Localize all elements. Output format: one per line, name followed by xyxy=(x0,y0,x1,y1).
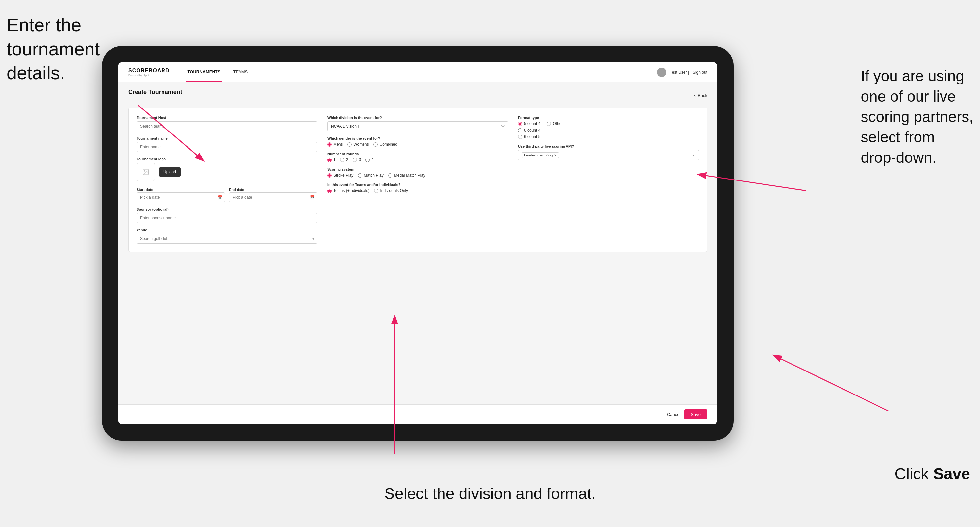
format-options: 5 count 4 Other 6 count 4 xyxy=(518,121,699,139)
tournament-logo-group: Tournament logo Upload xyxy=(137,157,317,181)
division-select[interactable]: NCAA Division I xyxy=(327,121,508,131)
date-group: Start date 📅 End date 📅 xyxy=(137,186,317,202)
rounds-1[interactable]: 1 xyxy=(327,157,336,162)
venue-dropdown-icon: ▼ xyxy=(312,237,315,241)
nav-tabs: TOURNAMENTS TEAMS xyxy=(186,62,249,82)
tablet-screen: SCOREBOARD Powered by clippi TOURNAMENTS… xyxy=(118,62,717,424)
format-other[interactable]: Other xyxy=(547,121,563,126)
svg-point-1 xyxy=(144,170,145,171)
format-6count5[interactable]: 6 count 5 xyxy=(518,135,699,139)
rounds-3[interactable]: 3 xyxy=(353,157,361,162)
calendar-icon-start: 📅 xyxy=(218,195,223,200)
teams-plus-individuals[interactable]: Teams (+Individuals) xyxy=(327,188,369,193)
cancel-button[interactable]: Cancel xyxy=(667,412,680,417)
scoring-group: Scoring system Stroke Play Match Play xyxy=(327,167,508,178)
rounds-1-label: 1 xyxy=(333,157,336,162)
tournament-host-group: Tournament Host xyxy=(137,116,317,131)
live-scoring-select[interactable]: Leaderboard King ✕ ▼ xyxy=(518,150,699,160)
tournament-name-input[interactable] xyxy=(137,142,317,152)
rounds-4[interactable]: 4 xyxy=(366,157,374,162)
scoring-stroke-label: Stroke Play xyxy=(333,173,353,178)
scoring-match[interactable]: Match Play xyxy=(358,173,383,178)
tournament-host-label: Tournament Host xyxy=(137,116,317,120)
main-content: Create Tournament < Back Tournament Host… xyxy=(118,82,717,404)
gender-mens[interactable]: Mens xyxy=(327,142,343,147)
teams-plus-label: Teams (+Individuals) xyxy=(333,188,369,193)
venue-label: Venue xyxy=(137,228,317,232)
header-right: Test User | Sign out xyxy=(657,68,707,77)
format-type-label: Format type xyxy=(518,116,699,120)
gender-womens-label: Womens xyxy=(353,142,369,147)
tournament-name-group: Tournament name xyxy=(137,137,317,152)
end-date-label: End date xyxy=(229,188,244,192)
annotation-tr-5: drop-down. xyxy=(861,149,936,166)
annotation-top-left: Enter thetournamentdetails. xyxy=(6,13,100,85)
teams-individuals-label: Individuals Only xyxy=(380,188,408,193)
tournament-logo-label: Tournament logo xyxy=(137,157,317,161)
tablet-frame: SCOREBOARD Powered by clippi TOURNAMENTS… xyxy=(102,46,733,441)
nav-tab-tournaments[interactable]: TOURNAMENTS xyxy=(186,62,222,82)
scoring-medal-label: Medal Match Play xyxy=(394,173,425,178)
teams-individuals-only[interactable]: Individuals Only xyxy=(374,188,408,193)
division-group: Which division is the event for? NCAA Di… xyxy=(327,116,508,131)
form-container: Tournament Host Tournament name Tourname… xyxy=(128,108,707,252)
back-link[interactable]: < Back xyxy=(694,93,707,98)
app-header: SCOREBOARD Powered by clippi TOURNAMENTS… xyxy=(118,62,717,82)
nav-tab-teams[interactable]: TEAMS xyxy=(232,62,249,82)
live-scoring-tag-text: Leaderboard King xyxy=(524,153,553,157)
start-date-label: Start date xyxy=(137,188,153,192)
annotation-tr-4: select from xyxy=(861,129,935,146)
format-5count4-label: 5 count 4 xyxy=(524,121,540,126)
annotation-bottom-center: Select the division and format. xyxy=(384,484,596,504)
gender-womens[interactable]: Womens xyxy=(347,142,369,147)
tag-close-icon[interactable]: ✕ xyxy=(554,154,557,157)
upload-button[interactable]: Upload xyxy=(159,167,181,176)
gender-group: Which gender is the event for? Mens Wome… xyxy=(327,137,508,147)
annotation-br-prefix: Click xyxy=(895,465,933,483)
format-row-1: 5 count 4 Other xyxy=(518,121,699,126)
signout-link[interactable]: Sign out xyxy=(693,70,707,75)
annotation-bottom-right: Click Save xyxy=(895,464,970,484)
rounds-3-label: 3 xyxy=(359,157,361,162)
format-other-label: Other xyxy=(553,121,563,126)
venue-input[interactable] xyxy=(137,234,317,244)
scoring-match-label: Match Play xyxy=(364,173,383,178)
rounds-2-label: 2 xyxy=(346,157,348,162)
arrow-annotation-save xyxy=(773,355,888,411)
avatar xyxy=(657,68,666,77)
annotation-br-bold: Save xyxy=(933,465,970,483)
tournament-name-label: Tournament name xyxy=(137,137,317,140)
rounds-2[interactable]: 2 xyxy=(340,157,348,162)
scoring-medal[interactable]: Medal Match Play xyxy=(388,173,425,178)
format-type-group: Format type 5 count 4 Other xyxy=(518,116,699,139)
rounds-group: Number of rounds 1 2 xyxy=(327,152,508,162)
save-button[interactable]: Save xyxy=(684,409,707,419)
sponsor-group: Sponsor (optional) xyxy=(137,208,317,223)
format-6count4-label: 6 count 4 xyxy=(524,128,540,132)
page-title: Create Tournament xyxy=(128,89,182,96)
scoring-stroke[interactable]: Stroke Play xyxy=(327,173,353,178)
live-scoring-group: Use third-party live scoring API? Leader… xyxy=(518,144,699,160)
form-column-3: Format type 5 count 4 Other xyxy=(518,116,699,244)
form-column-1: Tournament Host Tournament name Tourname… xyxy=(137,116,317,244)
scoring-label: Scoring system xyxy=(327,167,508,171)
annotation-tr-3: scoring partners, xyxy=(861,108,974,125)
sponsor-input[interactable] xyxy=(137,213,317,223)
user-text: Test User | xyxy=(670,70,689,75)
format-5count4[interactable]: 5 count 4 xyxy=(518,121,540,126)
gender-combined[interactable]: Combined xyxy=(373,142,398,147)
tournament-host-input[interactable] xyxy=(137,121,317,131)
form-footer: Cancel Save xyxy=(118,404,717,424)
gender-mens-label: Mens xyxy=(333,142,343,147)
live-scoring-tag: Leaderboard King ✕ xyxy=(522,152,559,158)
format-6count4[interactable]: 6 count 4 xyxy=(518,128,699,132)
rounds-4-label: 4 xyxy=(371,157,374,162)
logo-area: SCOREBOARD Powered by clippi xyxy=(128,68,170,76)
end-date-input[interactable] xyxy=(229,192,317,202)
division-label: Which division is the event for? xyxy=(327,116,508,120)
venue-group: Venue ▼ xyxy=(137,228,317,244)
start-date-input[interactable] xyxy=(137,192,225,202)
teams-group: Is this event for Teams and/or Individua… xyxy=(327,183,508,193)
gender-combined-label: Combined xyxy=(379,142,398,147)
gender-radio-group: Mens Womens Combined xyxy=(327,142,508,147)
